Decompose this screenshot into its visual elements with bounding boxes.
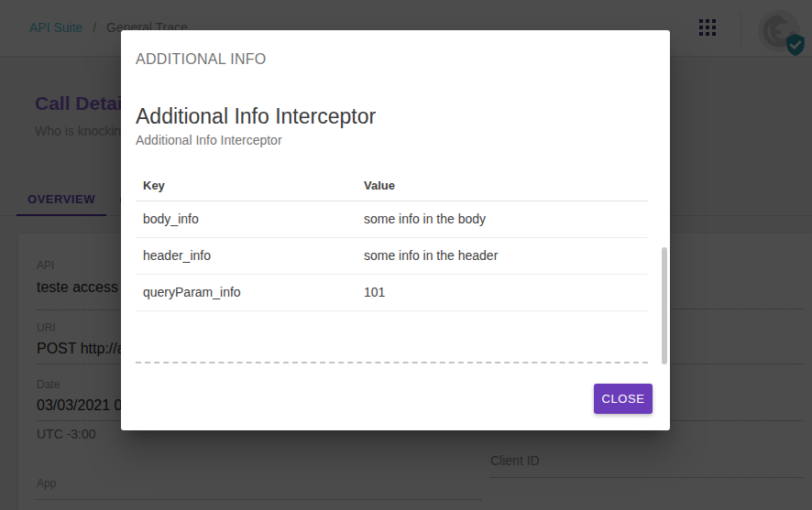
close-button[interactable]: CLOSE [594,384,653,414]
additional-info-modal: ADDITIONAL INFO Additional Info Intercep… [121,30,670,430]
modal-dashed-divider [136,362,648,364]
modal-eyebrow: ADDITIONAL INFO [136,51,267,68]
table-row: queryParam_info 101 [136,274,648,310]
table-header-row: Key Value [136,170,648,201]
table-row: body_info some info in the body [136,201,648,237]
modal-subtitle: Additional Info Interceptor [136,133,282,147]
table-row: header_info some info in the header [136,237,648,274]
interceptor-table: Key Value body_info some info in the bod… [136,170,648,311]
column-header-value: Value [357,170,648,201]
value-cell: 101 [357,274,648,310]
modal-title: Additional Info Interceptor [136,104,376,129]
key-cell: body_info [136,201,357,237]
key-cell: queryParam_info [136,274,357,310]
key-cell: header_info [136,237,357,274]
value-cell: some info in the body [357,201,648,237]
modal-scrollbar-thumb[interactable] [662,247,667,364]
column-header-key: Key [136,170,357,201]
value-cell: some info in the header [357,237,648,274]
